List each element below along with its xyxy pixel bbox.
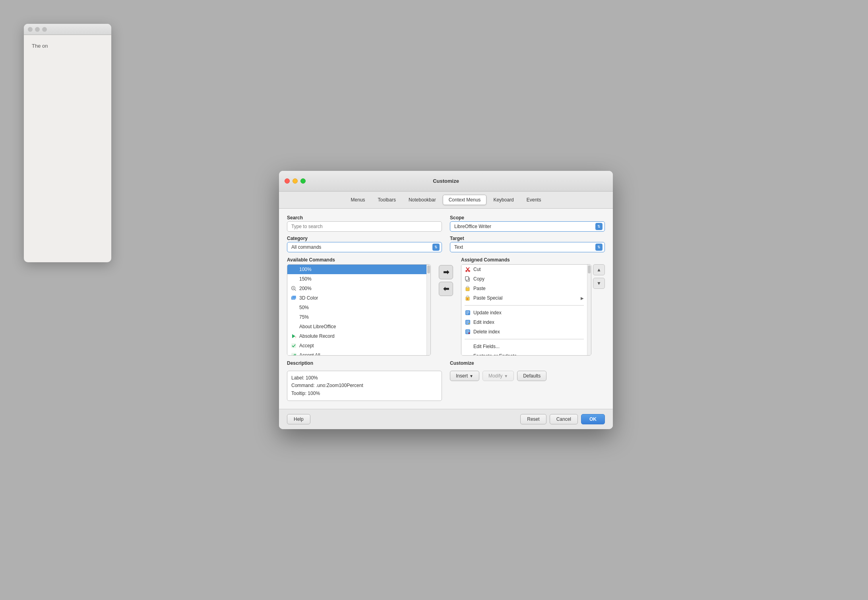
list-item[interactable]: 100% (287, 265, 426, 274)
empty-icon (465, 343, 471, 350)
svg-rect-25 (467, 296, 469, 297)
record-icon: ? (291, 333, 297, 339)
svg-rect-23 (467, 286, 469, 288)
tab-menus[interactable]: Menus (345, 195, 371, 205)
separator-item (461, 303, 587, 308)
description-line3: Tooltip: 100% (291, 390, 438, 397)
empty-icon (291, 276, 297, 282)
list-item[interactable]: Update index (461, 308, 587, 317)
category-select[interactable]: All commands (287, 242, 442, 252)
category-label: Category (287, 236, 442, 241)
close-button[interactable] (285, 178, 290, 184)
svg-text:?: ? (295, 336, 296, 339)
svg-line-1 (295, 271, 296, 272)
maximize-button[interactable] (300, 178, 306, 184)
insert-arrow-icon: ▼ (469, 374, 473, 378)
scope-label: Scope (450, 215, 605, 221)
titlebar: Customize (279, 171, 613, 192)
tab-toolbars[interactable]: Toolbars (372, 195, 402, 205)
list-item[interactable]: Edit Fields... (461, 342, 587, 351)
list-item[interactable]: 150% (287, 274, 426, 284)
editindex-icon (465, 319, 471, 325)
remove-command-button[interactable]: ⬅ (439, 282, 453, 296)
customize-label: Customize (450, 360, 605, 366)
list-item[interactable]: Accept (287, 341, 426, 350)
help-button[interactable]: Help (287, 414, 310, 424)
svg-rect-21 (465, 277, 469, 280)
list-item[interactable]: 3D Color (287, 293, 426, 303)
reset-button[interactable]: Reset (520, 414, 546, 424)
window-title: Customize (433, 178, 459, 184)
tab-keyboard[interactable]: Keyboard (487, 195, 519, 205)
tab-notebookbar[interactable]: Notebookbar (403, 195, 442, 205)
traffic-lights (285, 178, 306, 184)
zoom-icon (291, 266, 297, 273)
paste-icon (465, 285, 471, 292)
list-item[interactable]: About LibreOffice (287, 322, 426, 331)
tab-context-menus[interactable]: Context Menus (443, 195, 487, 205)
move-down-button[interactable]: ▼ (593, 278, 605, 289)
footer: Help Reset Cancel OK (279, 409, 613, 429)
accept-icon (291, 343, 297, 349)
minimize-button[interactable] (293, 178, 298, 184)
assigned-commands-label: Assigned Commands (461, 257, 605, 263)
list-item[interactable]: Delete index (461, 327, 587, 337)
empty-icon (291, 323, 297, 330)
search-input[interactable] (287, 221, 442, 232)
separator-item (461, 337, 587, 342)
empty-icon (465, 353, 471, 355)
ok-button[interactable]: OK (581, 414, 605, 424)
submenu-arrow-icon: ▶ (581, 296, 584, 300)
tab-events[interactable]: Events (521, 195, 547, 205)
list-item[interactable]: ? Absolute Record (287, 331, 426, 341)
acceptall-icon (291, 352, 297, 355)
list-item[interactable]: 75% (287, 312, 426, 322)
description-box: Label: 100% Command: .uno:Zoom100Percent… (287, 371, 442, 401)
svg-rect-9 (292, 296, 296, 299)
list-item[interactable]: Edit index (461, 317, 587, 327)
svg-text:?: ? (467, 298, 468, 300)
3dcolor-icon (291, 295, 297, 301)
list-item[interactable]: 200% (287, 284, 426, 293)
scope-select[interactable]: LibreOffice Writer (450, 221, 605, 232)
modify-button[interactable]: Modify ▼ (482, 371, 514, 381)
search-label: Search (287, 215, 442, 221)
add-command-button[interactable]: ➡ (439, 265, 453, 279)
copy-icon (465, 276, 471, 282)
insert-button[interactable]: Insert ▼ (450, 371, 479, 381)
empty-icon (291, 304, 297, 311)
cancel-button[interactable]: Cancel (550, 414, 578, 424)
description-label: Description (287, 360, 442, 366)
svg-rect-12 (291, 343, 296, 348)
list-item[interactable]: Accept All (287, 350, 426, 355)
list-item[interactable]: 50% (287, 303, 426, 312)
list-item[interactable]: Cut (461, 265, 587, 274)
description-line2: Command: .uno:Zoom100Percent (291, 382, 438, 389)
available-commands-label: Available Commands (287, 257, 431, 263)
deleteindex-icon (465, 329, 471, 335)
list-item[interactable]: Footnote or Endnote... (461, 351, 587, 355)
target-label: Target (450, 236, 605, 241)
list-item[interactable]: Paste (461, 284, 587, 293)
target-select[interactable]: Text (450, 242, 605, 252)
tab-bar: Menus Toolbars Notebookbar Context Menus… (279, 192, 613, 209)
description-line1: Label: 100% (291, 374, 438, 382)
defaults-button[interactable]: Defaults (517, 371, 546, 381)
cut-icon (465, 266, 471, 273)
modify-arrow-icon: ▼ (504, 374, 508, 378)
move-up-button[interactable]: ▲ (593, 264, 605, 275)
updateindex-icon (465, 310, 471, 316)
pastespecial-icon: ? (465, 295, 471, 301)
transfer-buttons: ➡ ⬅ (439, 257, 453, 296)
empty-icon (291, 314, 297, 320)
zoom200-icon (291, 285, 297, 292)
list-item[interactable]: Copy (461, 274, 587, 284)
svg-line-5 (295, 290, 296, 291)
list-item[interactable]: ? Paste Special ▶ (461, 293, 587, 303)
